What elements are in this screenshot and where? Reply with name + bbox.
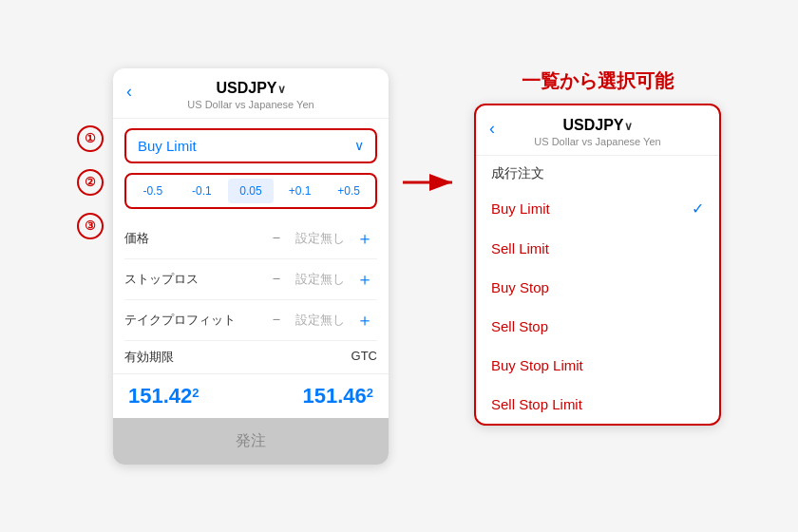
price-ask-sup: 2 xyxy=(367,385,373,399)
settings-row-2: テイクプロフィット － 設定無し ＋ xyxy=(124,300,377,341)
settings-row-1: ストップロス － 設定無し ＋ xyxy=(124,259,377,300)
settings-row-0: 価格 － 設定無し ＋ xyxy=(124,218,377,259)
circle-label-2: ② xyxy=(77,169,104,196)
settings-value-2: 設定無し xyxy=(292,312,349,329)
dropdown-item-4[interactable]: Buy Stop Limit xyxy=(476,346,719,385)
price-row: 151.422 151.462 xyxy=(113,373,389,418)
circle-label-1: ① xyxy=(77,125,104,152)
dropdown-item-text-5: Sell Stop Limit xyxy=(491,396,582,412)
pip-btn-0[interactable]: -0.5 xyxy=(130,179,176,203)
validity-label: 有効期限 xyxy=(124,349,174,366)
panel-subtitle: US Dollar vs Japanese Yen xyxy=(128,99,373,110)
mobile-panel: ‹ USDJPY∨ US Dollar vs Japanese Yen Buy … xyxy=(113,68,389,465)
dropdown-item-text-2: Buy Stop xyxy=(491,279,549,295)
annotation-text: 一覧から選択可能 xyxy=(474,68,721,94)
dropdown-arrow-icon: ∨ xyxy=(354,138,364,153)
dropdown-panel-title: USDJPY∨ xyxy=(491,117,704,134)
dropdown-panel: ‹ USDJPY∨ US Dollar vs Japanese Yen 成行注文… xyxy=(474,104,721,426)
panel-header: ‹ USDJPY∨ US Dollar vs Japanese Yen xyxy=(113,68,389,119)
dropdown-item-text-3: Sell Stop xyxy=(491,318,548,334)
settings-minus-1[interactable]: － xyxy=(261,269,292,289)
right-section: 一覧から選択可能 ‹ USDJPY∨ US Dollar vs Japanese… xyxy=(474,68,721,426)
pip-btn-3[interactable]: +0.1 xyxy=(277,179,323,203)
dropdown-item-3[interactable]: Sell Stop xyxy=(476,307,719,346)
price-bid: 151.422 xyxy=(128,384,200,408)
dropdown-item-1[interactable]: Sell Limit xyxy=(476,229,719,268)
dropdown-panel-subtitle: US Dollar vs Japanese Yen xyxy=(491,136,704,147)
price-ask: 151.462 xyxy=(302,384,373,408)
back-button[interactable]: ‹ xyxy=(126,82,132,102)
price-bid-value: 151.42 xyxy=(128,384,192,408)
settings-label-0: 価格 xyxy=(124,230,261,247)
circle-label-3: ③ xyxy=(77,213,104,239)
panel-title: USDJPY∨ xyxy=(128,80,373,97)
settings-value-0: 設定無し xyxy=(292,230,349,247)
price-bid-sup: 2 xyxy=(192,385,199,399)
settings-label-2: テイクプロフィット xyxy=(124,312,261,329)
settings-table: 価格 － 設定無し ＋ ストップロス － 設定無し ＋ テイクプロフィット － … xyxy=(113,218,389,341)
validity-value: GTC xyxy=(352,349,377,366)
dropdown-item-2[interactable]: Buy Stop xyxy=(476,268,719,307)
pip-btn-1[interactable]: -0.1 xyxy=(180,179,225,203)
checkmark-icon: ✓ xyxy=(692,200,704,218)
settings-value-1: 設定無し xyxy=(292,271,349,288)
dropdown-item-0[interactable]: Buy Limit ✓ xyxy=(476,188,719,229)
pip-btn-2[interactable]: 0.05 xyxy=(228,179,274,203)
dropdown-section-label: 成行注文 xyxy=(476,156,719,188)
price-ask-value: 151.46 xyxy=(302,384,366,408)
validity-row: 有効期限 GTC xyxy=(113,341,389,373)
pip-buttons-group: -0.5 -0.1 0.05 +0.1 +0.5 xyxy=(124,173,377,209)
dropdown-panel-header: ‹ USDJPY∨ US Dollar vs Japanese Yen xyxy=(476,105,719,156)
arrow-icon xyxy=(403,163,460,201)
settings-minus-0[interactable]: － xyxy=(261,228,292,248)
order-type-text: Buy Limit xyxy=(138,138,197,154)
order-button[interactable]: 発注 xyxy=(113,418,389,465)
pip-btn-4[interactable]: +0.5 xyxy=(326,179,371,203)
settings-minus-2[interactable]: － xyxy=(261,310,292,330)
dropdown-item-text-0: Buy Limit xyxy=(491,200,550,217)
settings-plus-2[interactable]: ＋ xyxy=(349,309,377,332)
settings-label-1: ストップロス xyxy=(124,271,261,288)
dropdown-item-text-4: Buy Stop Limit xyxy=(491,357,583,373)
settings-plus-1[interactable]: ＋ xyxy=(349,268,377,291)
dropdown-back-button[interactable]: ‹ xyxy=(489,119,495,139)
settings-plus-0[interactable]: ＋ xyxy=(349,227,377,250)
order-type-dropdown[interactable]: Buy Limit ∨ xyxy=(124,128,377,163)
dropdown-item-5[interactable]: Sell Stop Limit xyxy=(476,385,719,424)
dropdown-item-text-1: Sell Limit xyxy=(491,240,549,256)
